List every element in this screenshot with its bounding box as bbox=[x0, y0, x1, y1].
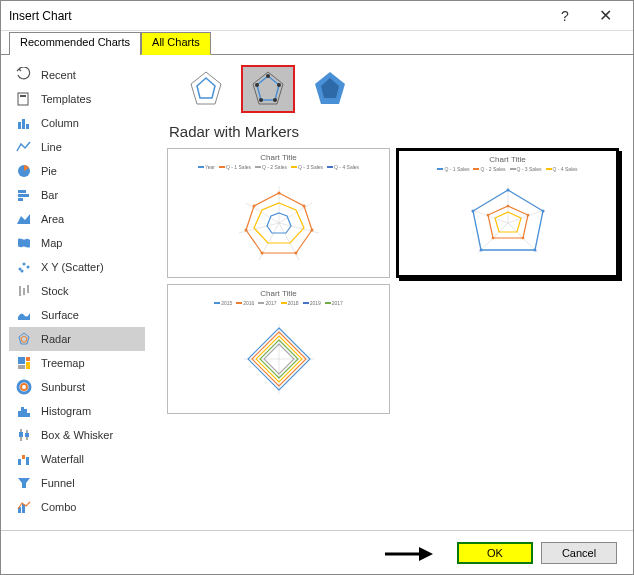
svg-point-83 bbox=[491, 236, 494, 239]
sidebar-item-label: Treemap bbox=[41, 357, 85, 369]
tab-recommended[interactable]: Recommended Charts bbox=[9, 32, 141, 55]
chart-category-sidebar: Recent Templates Column Line Pie Bar bbox=[1, 55, 153, 530]
svg-rect-34 bbox=[22, 455, 25, 459]
surface-icon bbox=[15, 306, 33, 324]
svg-rect-4 bbox=[26, 124, 29, 129]
sidebar-item-combo[interactable]: Combo bbox=[9, 495, 145, 519]
sidebar-item-area[interactable]: Area bbox=[9, 207, 145, 231]
subtype-radar-filled[interactable] bbox=[303, 65, 357, 113]
sidebar-item-waterfall[interactable]: Waterfall bbox=[9, 447, 145, 471]
help-button[interactable]: ? bbox=[545, 2, 585, 30]
sidebar-item-radar[interactable]: Radar bbox=[9, 327, 145, 351]
svg-point-75 bbox=[506, 188, 509, 191]
svg-point-45 bbox=[273, 98, 277, 102]
radar-icon bbox=[15, 330, 33, 348]
svg-rect-32 bbox=[25, 433, 29, 437]
sidebar-item-funnel[interactable]: Funnel bbox=[9, 471, 145, 495]
subtype-radar-markers[interactable] bbox=[241, 65, 295, 113]
sidebar-item-map[interactable]: Map bbox=[9, 231, 145, 255]
sunburst-icon bbox=[15, 378, 33, 396]
sidebar-item-label: Box & Whisker bbox=[41, 429, 113, 441]
preview-legend: Q - 1 Sales Q - 2 Sales Q - 3 Sales Q - … bbox=[437, 166, 577, 172]
svg-rect-25 bbox=[18, 411, 21, 417]
svg-marker-36 bbox=[18, 478, 30, 488]
sidebar-item-boxwhisker[interactable]: Box & Whisker bbox=[9, 423, 145, 447]
svg-marker-95 bbox=[419, 547, 433, 561]
svg-point-81 bbox=[526, 213, 529, 216]
sidebar-item-label: Recent bbox=[41, 69, 76, 81]
close-button[interactable]: ✕ bbox=[585, 2, 625, 30]
sidebar-item-templates[interactable]: Templates bbox=[9, 87, 145, 111]
dialog-title: Insert Chart bbox=[9, 9, 545, 23]
svg-point-43 bbox=[266, 74, 270, 78]
svg-rect-27 bbox=[24, 409, 27, 417]
svg-rect-22 bbox=[18, 365, 25, 369]
insert-chart-dialog: Insert Chart ? ✕ Recommended Charts All … bbox=[0, 0, 634, 575]
sidebar-item-label: Line bbox=[41, 141, 62, 153]
svg-rect-2 bbox=[18, 122, 21, 129]
svg-rect-28 bbox=[27, 413, 30, 417]
bar-icon bbox=[15, 186, 33, 204]
tab-strip: Recommended Charts All Charts bbox=[1, 31, 633, 55]
sidebar-item-treemap[interactable]: Treemap bbox=[9, 351, 145, 375]
preview-chart bbox=[224, 308, 334, 409]
svg-point-47 bbox=[255, 83, 259, 87]
svg-point-11 bbox=[23, 263, 26, 266]
svg-line-51 bbox=[279, 203, 312, 223]
subtype-row bbox=[179, 65, 619, 113]
svg-marker-40 bbox=[197, 78, 215, 98]
tab-all-charts[interactable]: All Charts bbox=[141, 32, 211, 55]
sidebar-item-label: Funnel bbox=[41, 477, 75, 489]
svg-rect-35 bbox=[26, 457, 29, 465]
sidebar-item-label: Surface bbox=[41, 309, 79, 321]
column-icon bbox=[15, 114, 33, 132]
sidebar-item-sunburst[interactable]: Sunburst bbox=[9, 375, 145, 399]
map-icon bbox=[15, 234, 33, 252]
svg-point-76 bbox=[541, 209, 544, 212]
preview-2[interactable]: Chart Title Q - 1 Sales Q - 2 Sales Q - … bbox=[396, 148, 619, 278]
subtype-radar[interactable] bbox=[179, 65, 233, 113]
cancel-button[interactable]: Cancel bbox=[541, 542, 617, 564]
svg-line-52 bbox=[279, 223, 319, 233]
svg-point-77 bbox=[533, 248, 536, 251]
preview-legend: 2015 2016 2017 2018 2019 2017 bbox=[214, 300, 343, 306]
preview-title: Chart Title bbox=[489, 155, 525, 164]
titlebar: Insert Chart ? ✕ bbox=[1, 1, 633, 31]
sidebar-item-label: Map bbox=[41, 237, 62, 249]
preview-legend: Year Q - 1 Sales Q - 2 Sales Q - 3 Sales… bbox=[198, 164, 359, 170]
sidebar-item-recent[interactable]: Recent bbox=[9, 63, 145, 87]
sidebar-item-label: Stock bbox=[41, 285, 69, 297]
preview-title: Chart Title bbox=[260, 289, 296, 298]
svg-marker-18 bbox=[21, 336, 27, 342]
svg-rect-3 bbox=[22, 119, 25, 129]
sidebar-item-pie[interactable]: Pie bbox=[9, 159, 145, 183]
sidebar-item-label: Sunburst bbox=[41, 381, 85, 393]
svg-rect-19 bbox=[18, 357, 25, 364]
svg-point-23 bbox=[18, 381, 30, 393]
sidebar-item-surface[interactable]: Surface bbox=[9, 303, 145, 327]
svg-point-79 bbox=[471, 209, 474, 212]
sidebar-item-histogram[interactable]: Histogram bbox=[9, 399, 145, 423]
svg-marker-39 bbox=[191, 72, 221, 104]
sidebar-item-stock[interactable]: Stock bbox=[9, 279, 145, 303]
sidebar-item-label: Area bbox=[41, 213, 64, 225]
svg-line-56 bbox=[246, 203, 279, 223]
boxwhisker-icon bbox=[15, 426, 33, 444]
combo-icon bbox=[15, 498, 33, 516]
svg-marker-42 bbox=[257, 76, 279, 100]
recent-icon bbox=[15, 66, 33, 84]
svg-point-62 bbox=[310, 228, 313, 231]
treemap-icon bbox=[15, 354, 33, 372]
svg-point-66 bbox=[252, 204, 255, 207]
sidebar-item-label: Templates bbox=[41, 93, 91, 105]
sidebar-item-scatter[interactable]: X Y (Scatter) bbox=[9, 255, 145, 279]
sidebar-item-bar[interactable]: Bar bbox=[9, 183, 145, 207]
ok-button[interactable]: OK bbox=[457, 542, 533, 564]
svg-point-65 bbox=[244, 228, 247, 231]
preview-1[interactable]: Chart Title Year Q - 1 Sales Q - 2 Sales… bbox=[167, 148, 390, 278]
preview-3[interactable]: Chart Title 2015 2016 2017 2018 2019 201… bbox=[167, 284, 390, 414]
sidebar-item-line[interactable]: Line bbox=[9, 135, 145, 159]
svg-rect-26 bbox=[21, 407, 24, 417]
sidebar-item-column[interactable]: Column bbox=[9, 111, 145, 135]
svg-rect-33 bbox=[18, 459, 21, 465]
